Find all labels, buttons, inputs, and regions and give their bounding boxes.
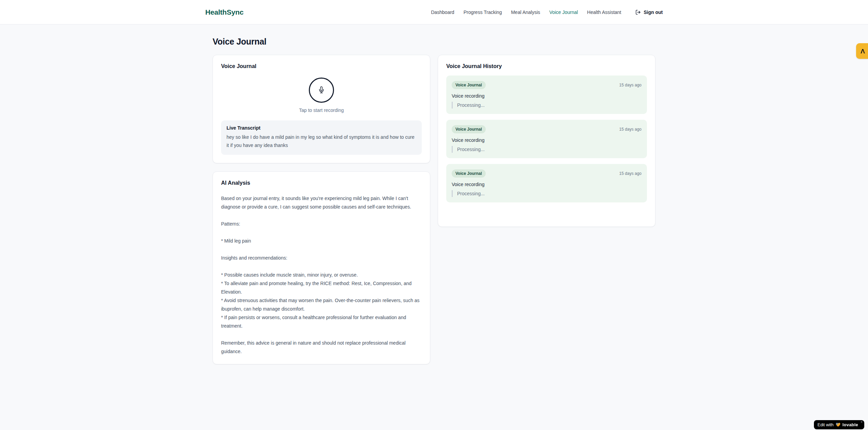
page-title: Voice Journal	[213, 37, 655, 47]
live-transcript-box: Live Transcript hey so like I do have a …	[221, 120, 422, 155]
entry-timestamp: 15 days ago	[619, 171, 641, 176]
microphone-icon	[318, 86, 325, 94]
live-transcript-text: hey so like I do have a mild pain in my …	[227, 133, 416, 149]
live-transcript-title: Live Transcript	[227, 125, 416, 131]
recorder-card: Voice Journal Tap to start recordin	[213, 55, 430, 163]
tap-to-record-hint: Tap to start recording	[221, 108, 422, 113]
nav-voice-journal[interactable]: Voice Journal	[549, 10, 578, 15]
lambda-icon: Λ	[861, 48, 865, 54]
main-content: Voice Journal Voice Journal	[213, 37, 655, 364]
entry-type-badge: Voice Journal	[452, 125, 486, 133]
entry-processing-status: Processing...	[452, 146, 641, 153]
main-nav: Dashboard Progress Tracking Meal Analysi…	[431, 10, 663, 15]
heart-icon	[836, 423, 840, 427]
sign-out-button[interactable]: Sign out	[635, 10, 663, 15]
entry-timestamp: 15 days ago	[619, 127, 641, 132]
nav-dashboard[interactable]: Dashboard	[431, 10, 454, 15]
sign-out-label: Sign out	[644, 10, 663, 15]
nav-health-assistant[interactable]: Health Assistant	[587, 10, 621, 15]
entry-processing-status: Processing...	[452, 102, 641, 109]
browser-extension-tab[interactable]: Λ	[856, 43, 868, 59]
lovable-close-icon[interactable]: ×	[861, 420, 863, 424]
history-card: Voice Journal History Voice Journal 15 d…	[438, 55, 655, 227]
logout-icon	[635, 10, 641, 15]
record-button[interactable]	[309, 78, 334, 103]
history-entry[interactable]: Voice Journal 15 days ago Voice recordin…	[446, 120, 647, 158]
left-column: Voice Journal Tap to start recordin	[213, 55, 430, 364]
app-logo[interactable]: HealthSync	[205, 8, 244, 16]
lovable-badge-text: Edit with	[818, 423, 834, 427]
nav-progress-tracking[interactable]: Progress Tracking	[464, 10, 502, 15]
app-header: HealthSync Dashboard Progress Tracking M…	[0, 0, 868, 24]
recorder-card-title: Voice Journal	[221, 63, 422, 69]
history-entry[interactable]: Voice Journal 15 days ago Voice recordin…	[446, 76, 647, 114]
nav-meal-analysis[interactable]: Meal Analysis	[511, 10, 540, 15]
ai-analysis-text: Based on your journal entry, it sounds l…	[221, 194, 422, 356]
right-column: Voice Journal History Voice Journal 15 d…	[438, 55, 655, 227]
history-entry[interactable]: Voice Journal 15 days ago Voice recordin…	[446, 164, 647, 202]
entry-timestamp: 15 days ago	[619, 83, 641, 87]
entry-label: Voice recording	[452, 93, 641, 99]
entry-label: Voice recording	[452, 137, 641, 143]
lovable-brand-label: lovable	[842, 422, 858, 427]
ai-analysis-title: AI Analysis	[221, 180, 422, 186]
entry-processing-status: Processing...	[452, 190, 641, 197]
history-title: Voice Journal History	[446, 63, 647, 69]
lovable-badge[interactable]: Edit with lovable ×	[814, 420, 864, 429]
entry-type-badge: Voice Journal	[452, 81, 486, 89]
entry-type-badge: Voice Journal	[452, 169, 486, 178]
entry-label: Voice recording	[452, 182, 641, 187]
ai-analysis-card: AI Analysis Based on your journal entry,…	[213, 171, 430, 364]
